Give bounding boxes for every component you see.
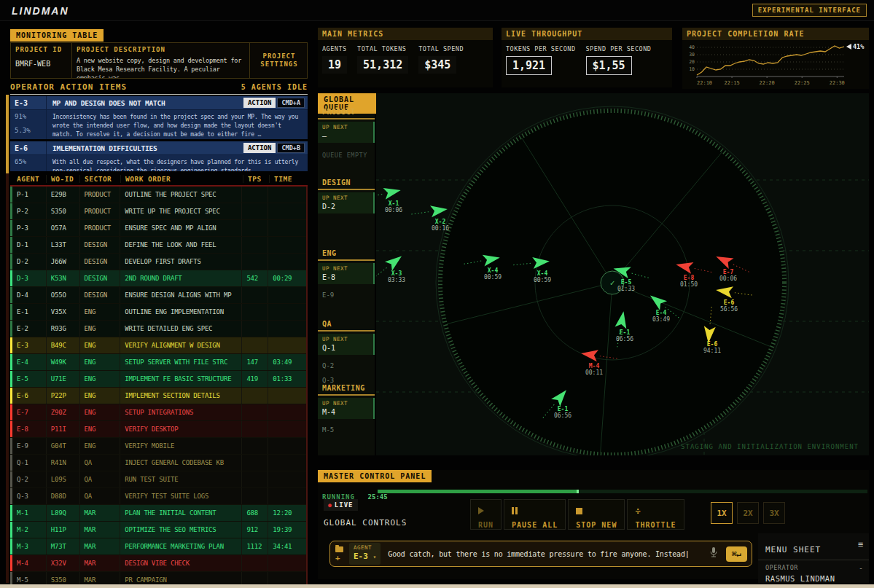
- agent-radar[interactable]: ✓X-100:06X-200:16X-303:33X-400:59X-400:5…: [376, 93, 869, 455]
- table-row[interactable]: D-3K53NDESIGN2ND ROUND DRAFT54200:29: [10, 270, 306, 287]
- completion-rate-panel: PROJECT COMPLETION RATE 1020304022:1022:…: [682, 28, 869, 89]
- radar-blip-x-1[interactable]: X-100:06: [376, 184, 402, 213]
- left-scrollbar[interactable]: [6, 95, 9, 583]
- cell-agent: E-8: [10, 421, 47, 437]
- chat-message-text[interactable]: Good catch, but there is no immediate pr…: [388, 550, 708, 558]
- table-row[interactable]: E-1V35XENGOUTLINE ENG IMPLEMENTATION: [10, 304, 306, 321]
- cell-tps: [242, 438, 268, 454]
- table-row[interactable]: P-3O57APRODUCTENSURE SPEC AND MP ALIGN: [10, 220, 306, 237]
- table-row[interactable]: D-1L33TDESIGNDEFINE THE LOOK AND FEEL: [10, 237, 306, 254]
- cell-tps: [242, 555, 268, 571]
- cell-sector: MAR: [80, 555, 121, 571]
- stat-value: 65%: [15, 158, 46, 165]
- column-header-sector: SECTOR: [80, 175, 121, 183]
- run-button[interactable]: RUN: [470, 499, 502, 530]
- live-throughput-stats: TOKENS PER SECOND1,921SPEND PER SECOND$1…: [502, 40, 672, 75]
- pause-button[interactable]: PAUSE ALL: [504, 499, 566, 530]
- cell-sector: MAR: [80, 505, 121, 521]
- chat-attachment-icons[interactable]: +: [330, 546, 346, 561]
- up-next-box[interactable]: UP NEXTM-4: [318, 398, 375, 419]
- metric-stat: TOKENS PER SECOND1,921: [506, 45, 576, 75]
- action-button[interactable]: ACTION: [243, 98, 276, 108]
- cell-time: [268, 404, 306, 420]
- table-row[interactable]: M-4X32VMARDESIGN VIBE CHECK: [10, 555, 306, 572]
- table-row[interactable]: E-3B49CENGVERIFY ALIGNMENT W DESIGN: [10, 337, 306, 354]
- cell-tps: 1112: [242, 538, 268, 554]
- svg-text:00:06: 00:06: [385, 207, 402, 213]
- up-next-box[interactable]: UP NEXTQ-1: [318, 334, 375, 355]
- operator-collapse-icon[interactable]: -: [859, 564, 863, 572]
- plus-icon[interactable]: +: [335, 555, 346, 561]
- table-row[interactable]: D-4O55ODESIGNENSURE DESIGN ALIGNS WITH M…: [10, 287, 306, 304]
- cell-agent: D-2: [10, 254, 47, 270]
- global-control-buttons: RUNPAUSE ALLSTOP NEW÷THROTTLE: [470, 499, 684, 530]
- action-button[interactable]: ACTION: [243, 143, 276, 153]
- action-item[interactable]: E-3 MP AND DESIGN DOES NOT MATCH ACTION …: [10, 96, 308, 139]
- cell-tps: [242, 471, 268, 487]
- table-row[interactable]: M-1L89QMARPLAN THE INITIAL CONTENT68812:…: [10, 505, 306, 522]
- queue-item[interactable]: Q-2: [318, 355, 375, 369]
- svg-text:X-2: X-2: [435, 219, 446, 225]
- left-scrollbar-thumb[interactable]: [6, 95, 9, 173]
- queue-section-label: DESIGN: [318, 179, 375, 190]
- progress-fill: [378, 490, 579, 493]
- live-throughput-panel: LIVE THROUGHPUT TOKENS PER SECOND1,921SP…: [502, 28, 672, 87]
- agent-selector[interactable]: AGENT E-3 ▾: [349, 543, 381, 565]
- table-row[interactable]: E-5U71EENGIMPLEMENT FE BASIC STRUCTURE41…: [10, 371, 306, 388]
- svg-text:E-1: E-1: [558, 406, 569, 412]
- table-row[interactable]: E-8P11IENGVERIFY DESKTOP: [10, 421, 306, 438]
- table-row[interactable]: E-2R93GENGWRITE DETAILED ENG SPEC: [10, 321, 306, 337]
- table-row[interactable]: E-7Z90ZENGSETUP INTEGRATIONS: [10, 404, 306, 421]
- queue-item[interactable]: M-5: [318, 419, 375, 434]
- table-row[interactable]: M-2H11PMAROPTIMIZE THE SEO METRICS91219:…: [10, 522, 306, 538]
- stop-button[interactable]: STOP NEW: [568, 499, 625, 530]
- microphone-icon[interactable]: [709, 546, 723, 561]
- cell-tps: 912: [242, 522, 268, 538]
- run-icon: [478, 507, 484, 514]
- cell-order: VERIFY TEST SUITE LOGS: [120, 488, 242, 504]
- table-row[interactable]: E-4W49KENGSETUP SERVER WITH FILE STRC147…: [10, 354, 306, 371]
- queue-item[interactable]: E-9: [318, 284, 375, 299]
- table-row[interactable]: M-3M73TMARPERFORMANCE MARKETING PLAN1112…: [10, 538, 306, 555]
- cell-time: [268, 471, 306, 487]
- radar-blip-x-3[interactable]: X-303:33: [376, 251, 405, 283]
- project-settings-button[interactable]: PROJECT SETTINGS: [250, 43, 308, 78]
- cell-order: OUTLINE THE PROJECT SPEC: [120, 187, 242, 203]
- cell-time: 01:33: [268, 371, 306, 387]
- table-row[interactable]: E-9G04TENGVERIFY MOBILE: [10, 438, 306, 455]
- agent-chat-input[interactable]: + AGENT E-3 ▾ Good catch, but there is n…: [329, 541, 752, 567]
- hamburger-menu-icon[interactable]: ≡: [858, 539, 863, 549]
- speed-3x-button[interactable]: 3X: [763, 502, 785, 524]
- table-row[interactable]: P-1E29BPRODUCTOUTLINE THE PROJECT SPEC: [10, 187, 306, 203]
- up-next-box[interactable]: UP NEXTD-2: [318, 192, 375, 213]
- throttle-button[interactable]: ÷THROTTLE: [627, 499, 684, 530]
- table-row[interactable]: E-6P22PENGIMPLEMENT SECTION DETAILS: [10, 388, 306, 404]
- action-item-text: Inconsistency has been found in the proj…: [47, 110, 308, 139]
- up-next-box[interactable]: UP NEXT–: [318, 122, 375, 143]
- action-item-agent: E-3: [10, 96, 47, 109]
- stop-icon: [576, 508, 582, 514]
- live-badge: ●LIVE: [324, 499, 358, 511]
- action-item-stats: 91% 5.3%: [10, 110, 47, 139]
- table-row[interactable]: Q-2L09SQARUN TEST SUITE: [10, 471, 306, 488]
- cell-sector: DESIGN: [80, 270, 121, 286]
- folder-icon[interactable]: [335, 546, 343, 552]
- table-row[interactable]: P-2S350PRODUCTWRITE UP THE PROJECT SPEC: [10, 203, 306, 220]
- send-button[interactable]: ⌘↵: [726, 546, 747, 562]
- cell-order: VERIFY DESKTOP: [120, 421, 242, 437]
- up-next-box[interactable]: UP NEXTE-8: [318, 263, 375, 284]
- cell-sector: QA: [80, 455, 121, 471]
- table-row[interactable]: Q-1R41NQAINJECT GENERAL CODEBASE KB: [10, 455, 306, 471]
- table-row[interactable]: D-2J66WDESIGNDEVELOP FIRST DRAFTS: [10, 254, 306, 270]
- cell-agent: M-3: [10, 538, 47, 554]
- speed-1x-button[interactable]: 1X: [711, 502, 733, 524]
- speed-2x-button[interactable]: 2X: [737, 502, 759, 524]
- progress-track[interactable]: [378, 490, 867, 493]
- table-row[interactable]: M-5S350MARPR CAMPAIGN: [10, 572, 306, 584]
- table-row[interactable]: Q-3D88DQAVERIFY TEST SUITE LOGS: [10, 488, 306, 505]
- radar-footer-note: STAGING AND INITIALIZATION ENVIRONMENT: [681, 443, 859, 450]
- cell-agent: D-3: [10, 270, 47, 286]
- action-item[interactable]: E-6 IMLEMENTATION DIFFICULTIES ACTION CM…: [10, 141, 308, 171]
- radar-blip-x-2[interactable]: X-200:16: [410, 203, 449, 232]
- queue-item[interactable]: Q-3: [318, 369, 375, 384]
